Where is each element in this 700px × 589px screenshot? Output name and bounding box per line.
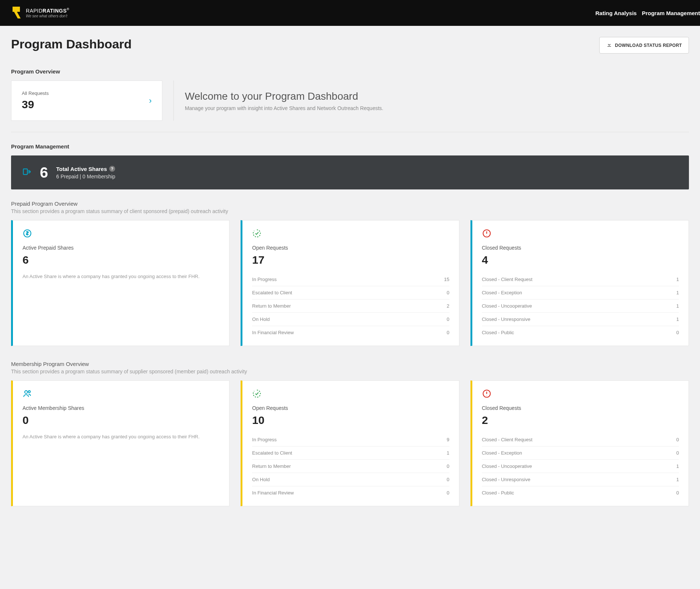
prepaid-open-requests-card: Open Requests 17 In Progress15Escalated … [241, 220, 459, 346]
list-item-count: 1 [676, 463, 679, 469]
list-item-count: 15 [444, 277, 449, 282]
alert-circle-icon [482, 229, 679, 240]
list-item-count: 1 [676, 477, 679, 482]
active-membership-shares-card: Active Membership Shares 0 An Active Sha… [11, 380, 230, 506]
card-label: Active Membership Shares [23, 405, 220, 411]
list-item[interactable]: Closed - Client Request1 [482, 273, 679, 286]
list-item-count: 0 [676, 450, 679, 456]
list-item[interactable]: Closed - Public0 [482, 326, 679, 339]
help-icon[interactable]: ? [109, 166, 115, 172]
total-active-shares-bar: 6 Total Active Shares ? 6 Prepaid | 0 Me… [11, 155, 689, 189]
list-item-label: Closed - Client Request [482, 277, 532, 282]
list-item[interactable]: Closed - Public0 [482, 486, 679, 499]
download-status-report-button[interactable]: DOWNLOAD STATUS REPORT [599, 37, 689, 54]
people-icon [23, 389, 220, 400]
chevron-right-icon: › [149, 96, 152, 106]
card-desc: An Active Share is where a company has g… [23, 273, 220, 280]
list-item-label: Closed - Uncooperative [482, 463, 532, 469]
nav-program-management[interactable]: Program Management [642, 1, 700, 25]
card-label: Active Prepaid Shares [23, 245, 220, 251]
list-item[interactable]: In Progress9 [252, 433, 449, 446]
svg-rect-0 [23, 169, 27, 174]
membership-section-title: Membership Program Overview [11, 361, 689, 367]
welcome-title: Welcome to your Program Dashboard [185, 90, 383, 102]
card-label: Closed Requests [482, 245, 679, 251]
total-active-shares-value: 6 [40, 165, 48, 180]
logo-mark-icon [11, 6, 22, 20]
list-item-label: Closed - Unresponsive [482, 316, 531, 322]
svg-point-3 [25, 391, 28, 394]
list-item-label: In Progress [252, 437, 276, 442]
prepaid-open-list: In Progress15Escalated to Client0Return … [252, 273, 449, 339]
list-item-count: 1 [446, 450, 449, 456]
list-item[interactable]: Return to Member2 [252, 299, 449, 313]
program-overview-row: All Requests 39 › Welcome to your Progra… [11, 81, 689, 132]
card-value: 4 [482, 254, 679, 266]
logo[interactable]: RAPIDRATINGS® We see what others don't [11, 6, 69, 20]
list-item[interactable]: In Financial Review0 [252, 486, 449, 499]
list-item-label: Closed - Unresponsive [482, 477, 531, 482]
page-title-row: Program Dashboard DOWNLOAD STATUS REPORT [11, 37, 689, 54]
card-label: Open Requests [252, 245, 449, 251]
list-item-label: In Financial Review [252, 330, 294, 335]
list-item[interactable]: Escalated to Client1 [252, 446, 449, 460]
list-item-count: 0 [446, 490, 449, 496]
list-item-count: 2 [446, 303, 449, 309]
membership-closed-list: Closed - Client Request0Closed - Excepti… [482, 433, 679, 499]
list-item[interactable]: In Financial Review0 [252, 326, 449, 339]
list-item-label: In Progress [252, 277, 276, 282]
alert-circle-icon [482, 389, 679, 400]
list-item[interactable]: Closed - Unresponsive1 [482, 313, 679, 326]
list-item-count: 0 [446, 290, 449, 295]
list-item[interactable]: On Hold0 [252, 313, 449, 326]
list-item[interactable]: Closed - Uncooperative1 [482, 460, 679, 473]
list-item[interactable]: In Progress15 [252, 273, 449, 286]
svg-point-4 [28, 391, 30, 393]
dollar-circle-icon [23, 229, 220, 240]
list-item[interactable]: Closed - Unresponsive1 [482, 473, 679, 486]
share-icon [22, 167, 32, 178]
prepaid-closed-requests-card: Closed Requests 4 Closed - Client Reques… [470, 220, 689, 346]
logo-text: RAPIDRATINGS® We see what others don't [26, 8, 69, 18]
top-header: RAPIDRATINGS® We see what others don't R… [0, 0, 700, 26]
membership-open-requests-card: Open Requests 10 In Progress9Escalated t… [241, 380, 459, 506]
list-item-count: 0 [446, 477, 449, 482]
list-item-count: 0 [676, 330, 679, 335]
all-requests-value: 39 [22, 98, 49, 111]
list-item[interactable]: Closed - Uncooperative1 [482, 299, 679, 313]
progress-check-icon [252, 389, 449, 400]
logo-registered-mark: ® [67, 7, 69, 11]
list-item-label: On Hold [252, 316, 270, 322]
list-item-count: 1 [676, 316, 679, 322]
card-label: Closed Requests [482, 405, 679, 411]
list-item-count: 1 [676, 290, 679, 295]
list-item[interactable]: Return to Member0 [252, 460, 449, 473]
membership-section-desc: This section provides a program status s… [11, 369, 689, 374]
list-item[interactable]: Closed - Client Request0 [482, 433, 679, 446]
list-item-count: 0 [676, 490, 679, 496]
membership-open-list: In Progress9Escalated to Client1Return t… [252, 433, 449, 499]
list-item-label: Return to Member [252, 303, 291, 309]
welcome-subtitle: Manage your program with insight into Ac… [185, 105, 383, 111]
list-item-label: Closed - Exception [482, 450, 522, 456]
card-value: 0 [23, 414, 220, 427]
list-item-count: 1 [676, 277, 679, 282]
page-title: Program Dashboard [11, 37, 132, 51]
download-icon [606, 42, 612, 49]
list-item[interactable]: Escalated to Client0 [252, 286, 449, 299]
top-nav: Rating Analysis Program Management [595, 1, 700, 25]
vertical-divider [173, 81, 174, 121]
prepaid-closed-list: Closed - Client Request1Closed - Excepti… [482, 273, 679, 339]
card-label: Open Requests [252, 405, 449, 411]
all-requests-card[interactable]: All Requests 39 › [11, 81, 162, 121]
membership-closed-requests-card: Closed Requests 2 Closed - Client Reques… [470, 380, 689, 506]
list-item-count: 0 [446, 330, 449, 335]
list-item-label: Closed - Uncooperative [482, 303, 532, 309]
list-item[interactable]: On Hold0 [252, 473, 449, 486]
list-item-label: Closed - Client Request [482, 437, 532, 442]
logo-word-2: RATINGS [42, 8, 66, 14]
progress-check-icon [252, 229, 449, 240]
nav-rating-analysis[interactable]: Rating Analysis [595, 1, 637, 25]
list-item[interactable]: Closed - Exception1 [482, 286, 679, 299]
list-item[interactable]: Closed - Exception0 [482, 446, 679, 460]
